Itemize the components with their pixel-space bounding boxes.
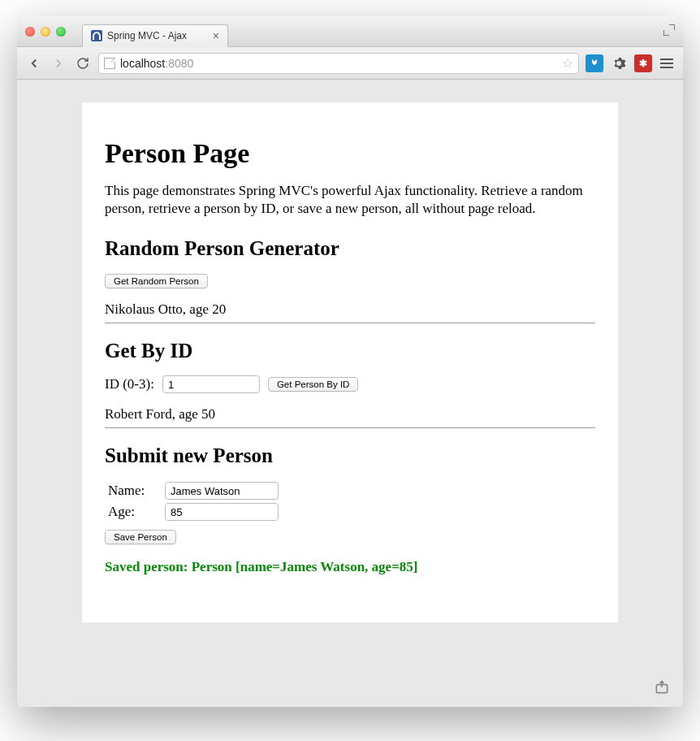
url-path: :8080 xyxy=(165,57,193,70)
page-title: Person Page xyxy=(105,138,595,169)
traffic-lights xyxy=(25,27,66,37)
tab-title: Spring MVC - Ajax xyxy=(107,30,187,41)
forward-button[interactable] xyxy=(50,54,67,72)
id-input[interactable] xyxy=(162,375,260,393)
age-input[interactable] xyxy=(165,503,279,521)
save-success-message: Saved person: Person [name=James Watson,… xyxy=(105,559,595,575)
bookmark-star-icon[interactable]: ☆ xyxy=(562,55,573,71)
extension-red-icon[interactable]: ✱ xyxy=(634,54,652,72)
random-result: Nikolaus Otto, age 20 xyxy=(105,301,595,318)
address-bar[interactable]: localhost:8080 ☆ xyxy=(98,53,579,74)
back-button[interactable] xyxy=(25,54,43,72)
url-host: localhost xyxy=(120,57,165,70)
page-icon xyxy=(104,58,115,69)
name-input[interactable] xyxy=(165,482,279,500)
page-content: Person Page This page demonstrates Sprin… xyxy=(82,102,618,622)
window-zoom-button[interactable] xyxy=(56,27,66,37)
intro-text: This page demonstrates Spring MVC's powe… xyxy=(105,182,595,218)
toolbar: localhost:8080 ☆ ✱ xyxy=(17,47,683,80)
random-heading: Random Person Generator xyxy=(105,237,595,260)
submit-heading: Submit new Person xyxy=(105,444,595,467)
get-by-id-heading: Get By ID xyxy=(105,340,595,362)
fullscreen-icon[interactable] xyxy=(663,24,675,36)
get-person-by-id-button[interactable]: Get Person By ID xyxy=(268,377,358,392)
divider xyxy=(105,323,595,323)
id-label: ID (0-3): xyxy=(105,376,154,392)
reload-button[interactable] xyxy=(74,54,92,72)
share-icon[interactable] xyxy=(654,679,670,696)
menu-button[interactable] xyxy=(659,55,675,72)
viewport: Person Page This page demonstrates Sprin… xyxy=(17,80,683,707)
save-person-button[interactable]: Save Person xyxy=(105,530,176,544)
random-person-section: Random Person Generator Get Random Perso… xyxy=(105,237,595,323)
browser-window: Spring MVC - Ajax × localhost:8080 ☆ ✱ xyxy=(17,16,683,707)
settings-button[interactable] xyxy=(610,54,628,72)
extension-blue-icon[interactable] xyxy=(585,54,603,72)
favicon-icon xyxy=(91,30,102,41)
titlebar: Spring MVC - Ajax × xyxy=(17,16,683,47)
divider xyxy=(105,427,595,428)
window-close-button[interactable] xyxy=(25,27,35,37)
name-label: Name: xyxy=(105,480,162,501)
tab-close-button[interactable]: × xyxy=(213,30,219,41)
submit-person-section: Submit new Person Name: Age: Save Person… xyxy=(105,444,595,575)
browser-tab[interactable]: Spring MVC - Ajax × xyxy=(82,24,228,47)
get-by-id-section: Get By ID ID (0-3): Get Person By ID Rob… xyxy=(105,340,595,428)
window-minimize-button[interactable] xyxy=(41,27,50,37)
age-label: Age: xyxy=(105,501,162,522)
get-random-person-button[interactable]: Get Random Person xyxy=(105,274,208,288)
get-by-id-result: Robert Ford, age 50 xyxy=(105,406,595,422)
